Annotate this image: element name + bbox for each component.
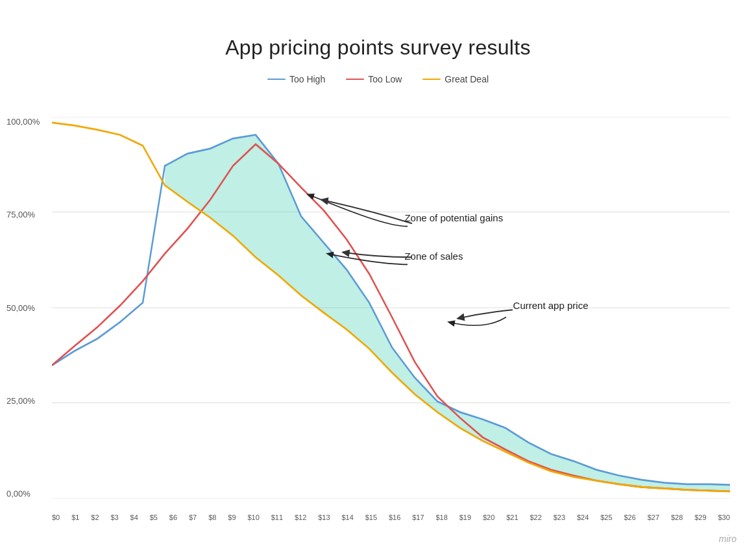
chart-legend: Too High Too Low Great Deal [0,74,756,84]
x-label-10: $10 [247,514,259,521]
legend-item-too-high: Too High [267,74,325,84]
x-label-15: $15 [365,514,377,521]
arrow-current-price [449,317,506,325]
x-label-26: $26 [624,514,635,521]
y-label-100: 100,00% [6,117,40,127]
y-label-50: 50,00% [6,303,40,313]
legend-line-great-deal [422,79,441,80]
legend-line-too-low [346,79,364,80]
x-label-28: $28 [671,514,683,521]
y-label-0: 0,00% [6,489,40,499]
x-label-18: $18 [435,514,447,521]
legend-item-too-low: Too Low [346,74,402,84]
zone-fill [165,135,730,491]
x-label-29: $29 [694,514,706,521]
x-label-30: $30 [718,514,729,521]
x-label-0: $0 [52,514,60,521]
x-label-7: $7 [189,514,197,521]
legend-label-great-deal: Great Deal [445,74,489,84]
legend-line-too-high [267,79,286,80]
great-deal-line [52,123,730,491]
page-container: App pricing points survey results Too Hi… [0,0,756,557]
x-label-17: $17 [412,514,424,521]
x-label-22: $22 [530,514,541,521]
x-label-14: $14 [341,514,353,521]
watermark: miro [719,534,737,544]
chart-area: Zone of potential gains Zone of sales Cu… [52,117,730,499]
x-label-9: $9 [228,514,236,521]
x-label-5: $5 [150,514,158,521]
x-label-1: $1 [71,514,79,521]
y-label-25: 25,00% [6,396,40,406]
legend-label-too-low: Too Low [368,74,402,84]
x-label-16: $16 [389,514,400,521]
legend-label-too-high: Too High [289,74,325,84]
chart-svg [52,117,730,499]
x-axis-labels: $0 $1 $2 $3 $4 $5 $6 $7 $8 $9 $10 $11 $1… [52,514,730,521]
x-label-4: $4 [130,514,138,521]
too-low-line [52,144,730,491]
legend-item-great-deal: Great Deal [422,74,489,84]
x-label-13: $13 [318,514,330,521]
x-label-27: $27 [648,514,659,521]
x-label-24: $24 [577,514,589,521]
x-label-11: $11 [271,514,283,521]
x-label-12: $12 [295,514,306,521]
y-label-75: 75,00% [6,210,40,219]
y-axis-labels: 100,00% 75,00% 50,00% 25,00% 0,00% [6,117,40,499]
too-high-line [52,135,730,485]
page-title: App pricing points survey results [0,0,756,60]
x-label-25: $25 [600,514,612,521]
x-label-23: $23 [554,514,565,521]
x-label-8: $8 [208,514,216,521]
x-label-2: $2 [91,514,99,521]
x-label-3: $3 [110,514,118,521]
x-label-6: $6 [169,514,177,521]
x-label-21: $21 [506,514,518,521]
x-label-19: $19 [459,514,471,521]
x-label-20: $20 [483,514,494,521]
